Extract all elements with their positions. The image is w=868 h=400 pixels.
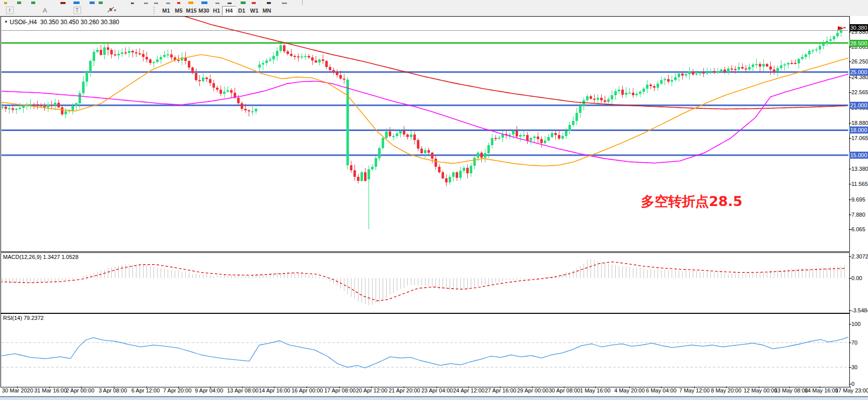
time-tick-mark — [564, 386, 564, 388]
price-tick-label: 18.880 — [851, 120, 868, 126]
macd-graphics — [0, 259, 846, 305]
rsi-tick-label: 100 — [851, 321, 860, 327]
time-tick-label: 14 May 16:00 — [805, 387, 838, 393]
price-tick-mark — [849, 77, 851, 78]
ma-red — [179, 15, 846, 109]
time-tick-label: 21 Apr 20:00 — [389, 387, 420, 393]
price-badge: 15.000 — [849, 152, 868, 159]
time-tick-label: 24 Apr 12:00 — [453, 387, 484, 393]
time-tick-mark — [242, 386, 243, 388]
rsi-label: RSI(14) 79.2372 — [3, 315, 44, 321]
time-tick-mark — [789, 386, 790, 388]
time-tick-label: 29 Apr 00:00 — [517, 387, 548, 393]
time-tick-label: 2 Apr 00:00 — [66, 387, 94, 393]
price-tick-mark — [849, 169, 851, 169]
macd-signal-line — [0, 262, 846, 301]
rsi-tick-mark — [849, 343, 851, 343]
macd-tick-label: 2.3072 — [851, 253, 868, 259]
time-tick-mark — [114, 386, 114, 388]
time-tick-mark — [820, 386, 820, 388]
price-tick-label: 7.880 — [851, 212, 865, 218]
annotation-text: 多空转折点28.5 — [641, 192, 743, 211]
price-tick-label: 17.065 — [851, 135, 868, 141]
macd-histogram — [2, 259, 844, 305]
rsi-tick-mark — [849, 367, 851, 368]
time-tick-mark — [339, 386, 340, 388]
rsi-tick-mark — [849, 384, 851, 384]
time-tick-mark — [437, 386, 437, 388]
symbol-period-label: USOil-,H4 — [10, 19, 37, 26]
time-tick-mark — [759, 386, 759, 388]
price-tick-mark — [849, 92, 851, 93]
price-badge: 18.000 — [849, 126, 868, 134]
rsi-tick-label: 70 — [851, 340, 857, 346]
time-tick-mark — [49, 386, 50, 388]
open-value: 30.350 — [40, 19, 59, 26]
time-tick-label: 13 May 08:00 — [774, 387, 808, 393]
time-tick-mark — [274, 386, 274, 388]
time-tick-label: 17 May 23:00 — [835, 387, 868, 393]
rsi-graphics — [0, 337, 849, 368]
low-value: 30.260 — [81, 19, 99, 26]
price-badge: 25.000 — [849, 69, 868, 76]
price-tick-label: 6.065 — [851, 226, 865, 232]
collapse-caret-icon[interactable]: ▼ — [4, 20, 8, 24]
time-tick-label: 14 Apr 16:00 — [259, 387, 290, 393]
price-badge: 21.000 — [849, 102, 868, 109]
price-tick-label: 13.380 — [851, 166, 868, 172]
time-tick-mark — [726, 386, 727, 388]
time-tick-mark — [661, 386, 662, 388]
price-badge: 30.380 — [849, 24, 868, 31]
close-value: 30.380 — [101, 19, 119, 26]
time-tick-mark — [850, 386, 851, 388]
time-tick-mark — [307, 386, 307, 388]
macd-tick-label: 0.00 — [851, 275, 862, 281]
time-tick-mark — [694, 386, 695, 388]
rsi-line — [0, 337, 848, 368]
time-tick-label: 6 Apr 12:00 — [131, 387, 160, 393]
rsi-tick-label: 30 — [851, 364, 857, 370]
time-tick-mark — [404, 386, 404, 388]
time-tick-mark — [210, 386, 210, 388]
price-tick-mark — [849, 199, 851, 200]
price-tick-mark — [849, 215, 851, 215]
time-tick-label: 20 Apr 12:00 — [356, 387, 387, 393]
ohlc-header[interactable]: ▼ USOil-,H4 30.350 30.450 30.260 30.380 — [4, 19, 119, 26]
price-badge: 28.500 — [849, 40, 868, 47]
trading-terminal-window: f A T ▾ M1M5M15M30H1H4D1W1MN ▼ USOil-,H4… — [0, 0, 868, 400]
price-tick-label: 11.565 — [851, 181, 868, 187]
time-tick-mark — [595, 386, 596, 388]
time-tick-label: 27 Apr 16:00 — [485, 387, 516, 393]
price-tick-mark — [849, 184, 851, 184]
time-tick-mark — [468, 386, 469, 388]
time-tick-mark — [147, 386, 147, 388]
price-tick-label: 9.695 — [851, 196, 865, 203]
time-tick-label: 7 Apr 20:00 — [163, 387, 191, 393]
price-tick-mark — [849, 229, 851, 230]
macd-tick-label: -3.5484 — [851, 307, 868, 313]
time-tick-mark — [500, 386, 500, 388]
macd-label: MACD(12,26,9) 1.3427 1.0528 — [3, 254, 79, 260]
time-tick-label: 3 Apr 08:00 — [99, 387, 127, 393]
time-tick-label: 13 Apr 08:00 — [227, 387, 258, 393]
time-tick-mark — [81, 386, 82, 388]
time-tick-label: 31 Mar 16:00 — [34, 387, 67, 393]
price-tick-label: 26.250 — [851, 58, 868, 64]
time-tick-mark — [532, 386, 533, 388]
price-tick-label: 22.565 — [851, 89, 868, 95]
price-tick-mark — [849, 32, 851, 32]
macd-tick-mark — [849, 256, 851, 257]
ma-magenta — [0, 74, 848, 163]
price-tick-mark — [849, 47, 851, 47]
time-tick-label: 12 May 00:00 — [744, 387, 777, 393]
macd-tick-mark — [849, 278, 851, 279]
time-tick-mark — [371, 386, 372, 388]
time-tick-label: 9 Apr 04:00 — [195, 387, 223, 393]
price-tick-mark — [849, 61, 851, 62]
price-tick-mark — [849, 123, 851, 123]
time-tick-label: 17 Apr 08:00 — [324, 387, 355, 393]
status-strip — [0, 396, 868, 400]
time-tick-mark — [17, 386, 18, 388]
time-tick-label: 30 Apr 08:00 — [549, 387, 580, 393]
macd-tick-mark — [849, 310, 851, 311]
